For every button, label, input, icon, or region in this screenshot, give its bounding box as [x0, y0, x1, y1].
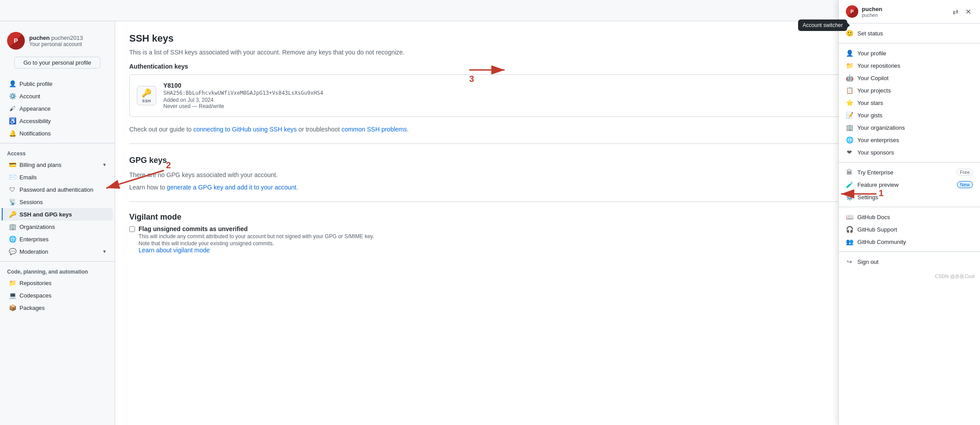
key-name: Y8100: [163, 82, 923, 89]
vigilant-checkbox[interactable]: [129, 226, 135, 232]
code-icon: 💻: [9, 292, 16, 299]
panel-item-feature-preview[interactable]: 🧪 Feature preview New: [839, 178, 980, 191]
avatar: P: [7, 32, 25, 50]
mail-icon: ✉️: [9, 174, 16, 181]
panel-username: puchen: [862, 6, 882, 12]
accessibility-icon: ♿: [9, 117, 16, 124]
panel-item-set-status[interactable]: 🙂 Set status: [839, 27, 980, 39]
panel-item-support[interactable]: 🎧 GitHub Support: [839, 223, 980, 236]
sidebar-item-notifications[interactable]: 🔔 Notifications: [2, 127, 113, 139]
copilot-icon: 🤖: [846, 74, 853, 81]
star-icon: ⭐: [846, 99, 853, 106]
broadcast-icon: 📡: [9, 198, 16, 205]
project-icon: 📋: [846, 87, 853, 94]
user-display-name: puchen puchen2013: [29, 35, 83, 41]
sidebar-item-moderation[interactable]: 💬 Moderation ▾: [2, 245, 113, 258]
sidebar-user: P puchen puchen2013 Your personal accoun…: [0, 28, 115, 57]
sidebar-item-enterprises[interactable]: 🌐 Enterprises: [2, 233, 113, 245]
layout: P puchen puchen2013 Your personal accoun…: [0, 21, 980, 425]
sidebar-item-codespaces[interactable]: 💻 Codespaces: [2, 289, 113, 301]
sidebar-item-appearance[interactable]: 🖌 Appearance: [2, 102, 113, 115]
panel-item-your-stars[interactable]: ⭐ Your stars: [839, 97, 980, 109]
panel-item-your-copilot[interactable]: 🤖 Your Copilot: [839, 72, 980, 84]
close-panel-button[interactable]: ✕: [964, 7, 973, 17]
sidebar-item-password[interactable]: 🛡 Password and authentication: [2, 183, 113, 196]
top-nav: 🔍 Type / to search: [0, 0, 980, 21]
go-profile-button[interactable]: Go to your personal profile: [14, 57, 100, 69]
panel-item-docs[interactable]: 📖 GitHub Docs: [839, 211, 980, 223]
panel-item-your-profile[interactable]: 👤 Your profile: [839, 47, 980, 59]
panel-avatar: P: [846, 5, 858, 18]
panel-subtext: puchen: [862, 12, 882, 18]
ssh-guide-link2[interactable]: common SSH problems: [341, 126, 407, 133]
sidebar-item-billing[interactable]: 💳 Billing and plans ▾: [2, 158, 113, 171]
sidebar-item-accessibility[interactable]: ♿ Accessibility: [2, 115, 113, 127]
card-icon: 💳: [9, 161, 16, 168]
key-icon-box: 🔑 SSH: [137, 86, 156, 105]
gear-icon: ⚙️: [9, 93, 16, 100]
support-icon: 🎧: [846, 226, 853, 233]
sidebar-item-emails[interactable]: ✉️ Emails: [2, 171, 113, 183]
vigilant-desc2: Note that this will include your existin…: [139, 240, 374, 247]
panel-item-signout[interactable]: ↪ Sign out: [839, 255, 980, 268]
chevron-down-icon-mod: ▾: [103, 248, 106, 255]
heart-icon: ❤: [846, 149, 853, 156]
gist-icon: 📝: [846, 112, 853, 119]
gpg-learn-link[interactable]: generate a GPG key and add it to your ac…: [167, 184, 297, 191]
vigilant-checkbox-label: Flag unsigned commits as unverified: [139, 225, 374, 232]
panel-item-try-enterprise[interactable]: 🏛 Try Enterprise Free: [839, 166, 980, 178]
person-icon: 👤: [9, 80, 16, 87]
key-added: Added on Jul 3, 2024: [163, 97, 923, 103]
package-icon: 📦: [9, 304, 16, 311]
sidebar-item-account[interactable]: ⚙️ Account: [2, 90, 113, 102]
person-icon-panel: 👤: [846, 50, 853, 57]
account-switcher-button[interactable]: ⇄: [951, 7, 960, 17]
comment-icon: 💬: [9, 248, 16, 255]
panel-item-your-enterprises[interactable]: 🌐 Your enterprises: [839, 134, 980, 146]
account-dropdown-panel: P puchen puchen ⇄ ✕ 🙂 Set status 👤 Your …: [838, 0, 980, 425]
enterprise-icon: 🏛: [846, 169, 853, 176]
key-info: Y8100 SHA256:BbLuFhcvkwUWfiVxeM8GAJpG13+…: [163, 82, 923, 109]
panel-item-community[interactable]: 👥 GitHub Community: [839, 236, 980, 248]
code-section-label: Code, planning, and automation: [0, 265, 115, 277]
community-icon: 👥: [846, 238, 853, 245]
repo-icon-panel: 📁: [846, 62, 853, 69]
sidebar-item-ssh-gpg[interactable]: 🔑 SSH and GPG keys: [2, 208, 113, 220]
vigilant-learn-link[interactable]: Learn about vigilant mode: [139, 247, 210, 254]
panel-item-your-projects[interactable]: 📋 Your projects: [839, 84, 980, 97]
repo-icon: 📁: [9, 279, 16, 286]
vigilant-desc1: This will include any commit attributed …: [139, 233, 374, 240]
org-icon-panel: 🏢: [846, 124, 853, 131]
sidebar-item-organizations[interactable]: 🏢 Organizations: [2, 220, 113, 233]
chevron-down-icon: ▾: [103, 162, 106, 168]
globe-icon-panel: 🌐: [846, 136, 853, 143]
new-badge: New: [957, 181, 973, 188]
panel-section-docs: 📖 GitHub Docs 🎧 GitHub Support 👥 GitHub …: [839, 207, 980, 252]
sidebar-item-sessions[interactable]: 📡 Sessions: [2, 196, 113, 208]
org-icon: 🏢: [9, 223, 16, 230]
nav-left: 🔍 Type / to search: [7, 5, 973, 16]
panel-item-your-orgs[interactable]: 🏢 Your organizations: [839, 121, 980, 134]
smile-icon: 🙂: [846, 30, 853, 37]
panel-user-info: P puchen puchen: [846, 5, 882, 18]
panel-item-your-gists[interactable]: 📝 Your gists: [839, 109, 980, 121]
sidebar-item-repositories[interactable]: 📁 Repositories: [2, 277, 113, 289]
ssh-guide-link1[interactable]: connecting to GitHub using SSH keys: [193, 126, 297, 133]
page-title: SSH keys: [129, 33, 174, 44]
account-switcher-tooltip: Account switcher: [798, 19, 847, 31]
panel-item-your-repos[interactable]: 📁 Your repositories: [839, 59, 980, 72]
panel-item-your-sponsors[interactable]: ❤ Your sponsors: [839, 146, 980, 158]
free-badge: Free: [957, 169, 973, 176]
gpg-title: GPG keys: [129, 156, 167, 165]
signout-icon: ↪: [846, 258, 853, 265]
gear-icon-panel: ⚙️: [846, 193, 853, 201]
panel-item-settings[interactable]: ⚙️ Settings: [839, 191, 980, 203]
watermark: CSDN @赤良Cool: [839, 271, 980, 282]
sidebar-item-public-profile[interactable]: 👤 Public profile: [2, 77, 113, 90]
beaker-icon: 🧪: [846, 181, 853, 188]
key-icon: 🔑: [9, 211, 16, 218]
panel-section-enterprise: 🏛 Try Enterprise Free 🧪 Feature preview …: [839, 162, 980, 207]
panel-section-status: 🙂 Set status: [839, 23, 980, 43]
panel-section-signout: ↪ Sign out: [839, 252, 980, 271]
sidebar-item-packages[interactable]: 📦 Packages: [2, 301, 113, 314]
